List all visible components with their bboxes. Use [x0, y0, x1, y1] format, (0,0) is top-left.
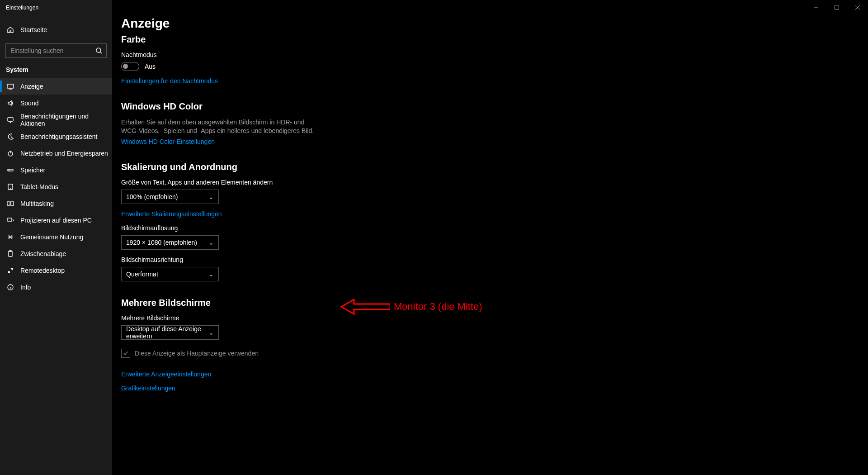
textsize-dropdown[interactable]: 100% (empfohlen) ⌄	[121, 190, 219, 204]
sidebar-section-label: System	[0, 58, 112, 78]
sidebar-item-label: Gemeinsame Nutzung	[20, 233, 83, 241]
search-placeholder: Einstellung suchen	[10, 47, 64, 54]
minimize-button[interactable]	[806, 0, 826, 14]
svg-rect-1	[7, 84, 14, 88]
chevron-down-icon: ⌄	[208, 193, 214, 200]
sidebar-item-label: Benachrichtigungen und Aktionen	[20, 113, 112, 127]
sidebar-item-netzbetrieb[interactable]: Netzbetrieb und Energiesparen	[0, 145, 112, 162]
sidebar-item-benachrichtigungen[interactable]: Benachrichtigungen und Aktionen	[0, 111, 112, 128]
sidebar-item-label: Netzbetrieb und Energiesparen	[20, 150, 108, 157]
sidebar-item-assistent[interactable]: Benachrichtigungsassistent	[0, 128, 112, 145]
main-display-checkbox-label: Diese Anzeige als Hauptanzeige verwenden	[135, 350, 259, 357]
remote-icon	[7, 267, 14, 274]
chevron-down-icon: ⌄	[208, 239, 214, 246]
sidebar-item-sound[interactable]: Sound	[0, 95, 112, 111]
section-multi: Mehrere Bildschirme	[121, 298, 868, 308]
nav-list: Anzeige Sound Benachrichtigungen und Akt…	[0, 78, 112, 295]
adv-display-link[interactable]: Erweiterte Anzeigeeinstellungen	[121, 370, 211, 378]
graphics-link[interactable]: Grafikeinstellungen	[121, 385, 175, 392]
clipboard-icon	[7, 250, 14, 257]
multi-value: Desktop auf diese Anzeige erweitern	[126, 325, 208, 340]
nightmode-label: Nachtmodus	[121, 51, 868, 58]
nightmode-settings-link[interactable]: Einstellungen für den Nachtmodus	[121, 77, 218, 85]
project-icon	[7, 217, 14, 224]
nightmode-toggle[interactable]	[121, 62, 139, 71]
search-input[interactable]: Einstellung suchen	[5, 43, 107, 58]
nightmode-state: Aus	[145, 63, 156, 70]
chevron-down-icon: ⌄	[208, 271, 214, 278]
sidebar-item-label: Zwischenablage	[20, 250, 66, 257]
svg-rect-7	[7, 202, 10, 205]
sidebar-item-label: Benachrichtigungsassistent	[20, 133, 97, 140]
sidebar-item-label: Multitasking	[20, 200, 54, 207]
sidebar-item-projizieren[interactable]: Projizieren auf diesen PC	[0, 212, 112, 228]
chevron-down-icon: ⌄	[208, 329, 214, 336]
maximize-button[interactable]	[826, 0, 847, 14]
resolution-dropdown[interactable]: 1920 × 1080 (empfohlen) ⌄	[121, 235, 219, 250]
multitasking-icon	[7, 200, 14, 207]
sidebar-item-label: Info	[20, 284, 31, 291]
adv-scale-link[interactable]: Erweiterte Skalierungseinstellungen	[121, 210, 222, 218]
display-icon	[7, 83, 14, 90]
svg-rect-10	[9, 251, 12, 256]
home-label: Startseite	[20, 26, 47, 33]
window-title: Einstellungen	[0, 0, 112, 15]
svg-rect-8	[11, 202, 14, 205]
titlebar-buttons	[806, 0, 868, 14]
multi-label: Mehrere Bildschirme	[121, 314, 868, 322]
svg-point-0	[96, 48, 101, 52]
search-icon	[95, 47, 103, 54]
home-button[interactable]: Startseite	[0, 21, 112, 39]
check-icon	[123, 351, 128, 356]
svg-point-5	[9, 170, 9, 170]
sidebar-item-label: Remotedesktop	[20, 267, 65, 274]
svg-rect-9	[8, 218, 12, 221]
orientation-dropdown[interactable]: Querformat ⌄	[121, 267, 219, 281]
sidebar-item-label: Tablet-Modus	[20, 183, 58, 190]
sidebar: Einstellungen Startseite Einstellung suc…	[0, 0, 112, 475]
multi-dropdown[interactable]: Desktop auf diese Anzeige erweitern ⌄	[121, 325, 219, 340]
sidebar-item-zwischenablage[interactable]: Zwischenablage	[0, 245, 112, 262]
orientation-value: Querformat	[126, 271, 158, 278]
section-color: Farbe	[121, 34, 868, 45]
sidebar-item-label: Sound	[20, 100, 38, 107]
sidebar-item-nutzung[interactable]: Gemeinsame Nutzung	[0, 228, 112, 245]
textsize-value: 100% (empfohlen)	[126, 193, 178, 200]
close-button[interactable]	[847, 0, 868, 14]
svg-rect-13	[835, 5, 839, 10]
info-icon	[7, 284, 14, 291]
home-icon	[7, 26, 14, 33]
resolution-label: Bildschirmauflösung	[121, 224, 868, 232]
notification-icon	[7, 116, 14, 124]
sidebar-item-tablet[interactable]: Tablet-Modus	[0, 178, 112, 195]
resolution-value: 1920 × 1080 (empfohlen)	[126, 239, 197, 246]
sidebar-item-anzeige[interactable]: Anzeige	[0, 78, 112, 95]
section-hdcolor: Windows HD Color	[121, 101, 868, 112]
sidebar-item-label: Projizieren auf diesen PC	[20, 217, 92, 224]
sidebar-item-label: Anzeige	[20, 83, 43, 90]
sidebar-item-multitasking[interactable]: Multitasking	[0, 195, 112, 212]
moon-icon	[7, 133, 14, 140]
power-icon	[7, 150, 14, 157]
tablet-icon	[7, 183, 14, 190]
share-icon	[7, 233, 14, 241]
orientation-label: Bildschirmausrichtung	[121, 256, 868, 263]
hdcolor-desc: Erhalten Sie auf dem oben ausgewählten B…	[121, 118, 316, 135]
sound-icon	[7, 100, 14, 107]
sidebar-item-speicher[interactable]: Speicher	[0, 162, 112, 178]
sidebar-item-remotedesktop[interactable]: Remotedesktop	[0, 262, 112, 279]
svg-rect-2	[8, 118, 13, 121]
content-area: Anzeige Farbe Nachtmodus Aus Einstellung…	[112, 0, 868, 475]
storage-icon	[7, 166, 14, 174]
textsize-label: Größe von Text, Apps und anderen Element…	[121, 179, 868, 186]
main-display-checkbox[interactable]	[121, 349, 130, 358]
section-scale: Skalierung und Anordnung	[121, 162, 868, 172]
hdcolor-link[interactable]: Windows HD Color-Einstellungen	[121, 138, 215, 145]
page-title: Anzeige	[121, 16, 868, 31]
sidebar-item-label: Speicher	[20, 166, 45, 174]
sidebar-item-info[interactable]: Info	[0, 279, 112, 295]
